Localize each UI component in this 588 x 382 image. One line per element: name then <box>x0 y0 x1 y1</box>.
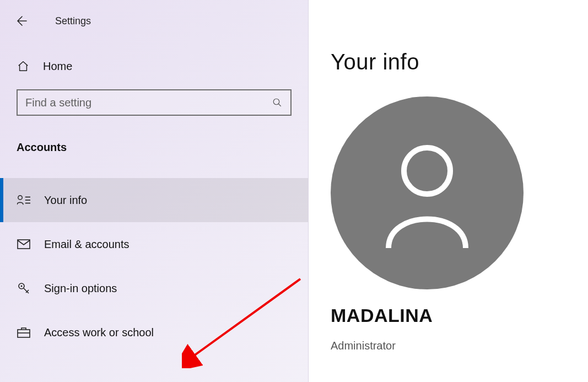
sidebar-item-label: Home <box>43 60 72 73</box>
nav-list: Your info Email & accounts Sign-in optio… <box>0 178 308 354</box>
briefcase-icon <box>17 327 31 338</box>
sidebar-item-label: Access work or school <box>44 326 154 339</box>
sidebar-item-label: Email & accounts <box>44 238 130 251</box>
avatar <box>331 96 524 289</box>
sidebar-item-email-accounts[interactable]: Email & accounts <box>0 222 308 266</box>
page-title: Your info <box>331 50 588 74</box>
section-header-accounts: Accounts <box>17 141 308 154</box>
sidebar-item-your-info[interactable]: Your info <box>0 178 308 222</box>
svg-rect-9 <box>18 330 30 337</box>
sidebar-item-label: Your info <box>44 194 87 207</box>
svg-point-8 <box>21 286 23 287</box>
app-title: Settings <box>55 15 91 27</box>
user-role: Administrator <box>331 340 588 352</box>
home-icon <box>17 60 30 72</box>
search-icon <box>272 97 283 108</box>
sidebar-item-label: Sign-in options <box>44 282 117 295</box>
sidebar: Settings Home Accounts Your info <box>0 0 309 382</box>
person-list-icon <box>17 194 31 206</box>
person-icon <box>377 138 477 248</box>
svg-rect-6 <box>18 240 30 249</box>
title-bar: Settings <box>0 0 308 33</box>
main-content: Your info MADALINA Administrator <box>309 0 588 382</box>
search-field[interactable] <box>25 96 272 109</box>
svg-point-0 <box>273 99 279 105</box>
search-input[interactable] <box>17 89 292 116</box>
sidebar-item-sign-in-options[interactable]: Sign-in options <box>0 266 308 310</box>
back-icon[interactable] <box>13 13 29 29</box>
svg-point-2 <box>18 196 22 200</box>
user-name: MADALINA <box>331 305 588 326</box>
sidebar-item-access-work-school[interactable]: Access work or school <box>0 310 308 354</box>
svg-point-11 <box>404 148 450 194</box>
sidebar-item-home[interactable]: Home <box>0 55 308 77</box>
key-icon <box>17 282 31 295</box>
mail-icon <box>17 239 31 249</box>
svg-line-1 <box>278 104 281 106</box>
